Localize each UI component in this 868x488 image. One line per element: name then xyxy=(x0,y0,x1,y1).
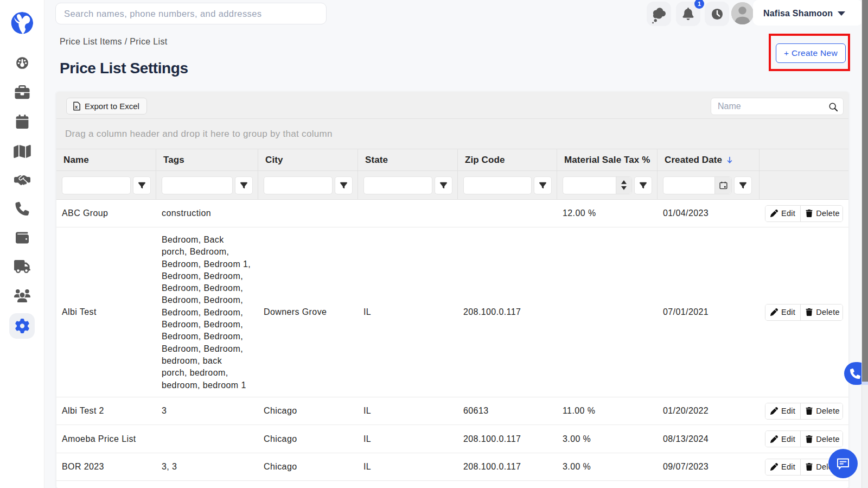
svg-text:x: x xyxy=(75,104,78,110)
